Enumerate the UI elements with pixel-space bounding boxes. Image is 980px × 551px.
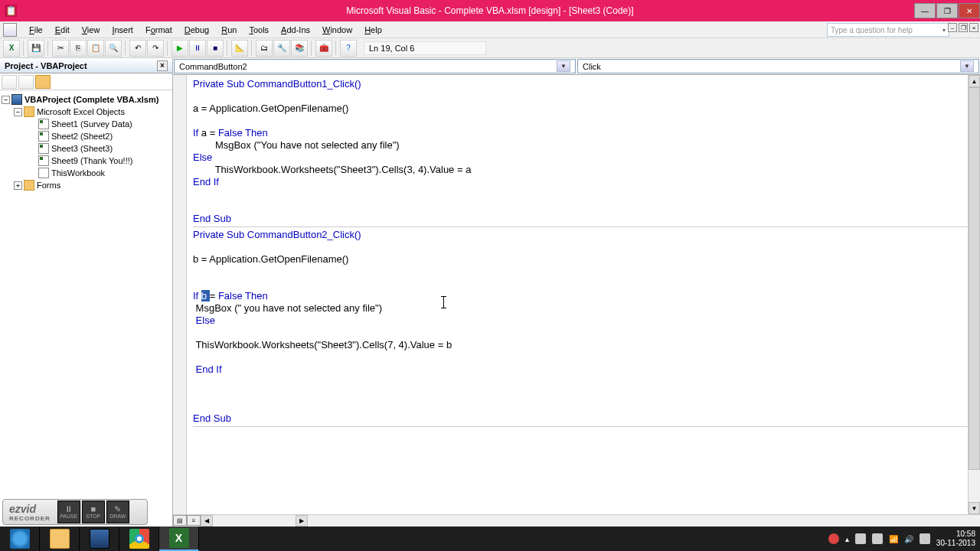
desktop-icon	[90, 529, 109, 549]
menu-debug[interactable]: Debug	[178, 24, 215, 36]
toggle-folders-icon[interactable]	[35, 75, 51, 89]
scroll-right-icon[interactable]: ▶	[296, 515, 308, 527]
taskbar-desktop[interactable]	[80, 527, 119, 551]
full-module-view-icon[interactable]: ≡	[187, 515, 201, 526]
properties-icon[interactable]: 🔧	[273, 40, 290, 57]
scroll-left-icon[interactable]: ◀	[201, 515, 213, 527]
menu-file[interactable]: File	[23, 24, 49, 36]
tree-forms[interactable]: Forms	[37, 181, 60, 190]
standard-toolbar: X 💾 ✂ ⎘ 📋 🔍 ↶ ↷ ▶ ⏸ ■ 📐 🗂 🔧 📚 🧰 ? Ln 19,…	[0, 38, 980, 58]
project-tree[interactable]: −VBAProject (Complete VBA.xlsm) −Microso…	[0, 90, 172, 527]
workbook-icon	[38, 168, 49, 178]
volume-icon[interactable]: 🔊	[904, 535, 913, 543]
window-buttons: — ❐ ✕	[913, 3, 980, 18]
paste-icon[interactable]: 📋	[87, 40, 104, 57]
procedure-dropdown[interactable]: Click	[577, 59, 979, 73]
menu-insert[interactable]: Insert	[106, 24, 139, 36]
view-excel-icon[interactable]: X	[3, 40, 20, 57]
system-tray[interactable]: ▴ 📶 🔊 10:58 30-11-2013	[828, 530, 980, 548]
toolbox-icon[interactable]: 🧰	[315, 40, 332, 57]
ezvid-draw-button[interactable]: ✎DRAW	[106, 500, 129, 523]
view-code-icon[interactable]	[2, 75, 17, 89]
mdi-close[interactable]: ×	[969, 23, 978, 32]
menu-edit[interactable]: Edit	[49, 24, 76, 36]
taskbar-chrome[interactable]	[119, 527, 159, 551]
folder-icon	[50, 529, 70, 549]
project-root[interactable]: VBAProject (Complete VBA.xlsm)	[24, 95, 158, 104]
menu-run[interactable]: Run	[215, 24, 243, 36]
menu-help[interactable]: Help	[358, 24, 388, 36]
undo-icon[interactable]: ↶	[129, 40, 146, 57]
taskbar: X ▴ 📶 🔊 10:58 30-11-2013	[0, 527, 980, 551]
taskbar-explorer[interactable]	[40, 527, 80, 551]
project-explorer-icon[interactable]: 🗂	[256, 40, 273, 57]
taskbar-ie[interactable]	[0, 527, 40, 551]
chrome-icon	[129, 529, 149, 549]
mdi-minimize[interactable]: –	[948, 23, 957, 32]
view-object-icon[interactable]	[18, 75, 34, 89]
scroll-up-icon[interactable]: ▲	[969, 75, 980, 87]
break-icon[interactable]: ⏸	[189, 40, 206, 57]
window-title: Microsoft Visual Basic - Complete VBA.xl…	[346, 5, 633, 16]
clock[interactable]: 10:58 30-11-2013	[936, 530, 975, 548]
tray-icon[interactable]	[872, 533, 883, 544]
copy-icon[interactable]: ⎘	[70, 40, 87, 57]
design-mode-icon[interactable]: 📐	[231, 40, 248, 57]
tree-sheet[interactable]: ThisWorkbook	[51, 168, 105, 178]
tray-icon[interactable]	[920, 533, 930, 544]
menu-view[interactable]: View	[76, 24, 106, 36]
tray-icon[interactable]	[828, 533, 839, 544]
procedure-view-icon[interactable]: ▤	[173, 515, 187, 526]
horizontal-scrollbar[interactable]: ◀ ▶	[201, 515, 308, 527]
object-dropdown[interactable]: CommandButton2	[174, 59, 576, 73]
save-icon[interactable]: 💾	[28, 40, 44, 57]
tray-arrow-icon[interactable]: ▴	[845, 535, 849, 543]
project-icon	[11, 94, 22, 105]
tree-sheet[interactable]: Sheet2 (Sheet2)	[51, 132, 113, 141]
menu-tools[interactable]: Tools	[243, 24, 275, 36]
margin-indicator[interactable]	[173, 75, 187, 514]
menu-format[interactable]: Format	[139, 24, 178, 36]
reset-icon[interactable]: ■	[207, 40, 224, 57]
run-icon[interactable]: ▶	[172, 40, 188, 57]
tree-sheet[interactable]: Sheet1 (Survey Data)	[51, 119, 132, 129]
expand-toggle[interactable]: +	[14, 181, 22, 190]
ezvid-stop-button[interactable]: ■STOP	[82, 500, 105, 523]
menu-addins[interactable]: Add-Ins	[275, 24, 316, 36]
menubar: File Edit View Insert Format Debug Run T…	[0, 21, 980, 38]
ezvid-logo: ezvidRECORDER	[3, 503, 57, 522]
minimize-button[interactable]: —	[914, 3, 936, 18]
expand-toggle[interactable]: −	[2, 96, 10, 104]
tree-sheet[interactable]: Sheet9 (Thank You!!!)	[51, 156, 132, 165]
code-editor[interactable]: Private Sub CommandButton1_Click() a = A…	[187, 75, 980, 514]
vertical-scrollbar[interactable]: ▲ ▼	[968, 75, 980, 514]
close-button[interactable]: ✕	[959, 3, 980, 18]
excel-icon: X	[169, 528, 189, 548]
network-icon[interactable]: 📶	[889, 535, 898, 543]
redo-icon[interactable]: ↷	[147, 40, 164, 57]
app-icon: 📋	[5, 5, 17, 17]
tray-icon[interactable]	[855, 533, 866, 544]
menu-window[interactable]: Window	[316, 24, 358, 36]
ezvid-recorder: ezvidRECORDER ⏸PAUSE ■STOP ✎DRAW	[2, 499, 148, 525]
titlebar: 📋 Microsoft Visual Basic - Complete VBA.…	[0, 0, 980, 21]
tree-sheet[interactable]: Sheet3 (Sheet3)	[51, 144, 113, 153]
tree-group[interactable]: Microsoft Excel Objects	[37, 107, 125, 116]
expand-toggle[interactable]: −	[14, 108, 22, 116]
taskbar-excel[interactable]: X	[159, 527, 199, 551]
help-search[interactable]: Type a question for help	[827, 23, 949, 37]
find-icon[interactable]: 🔍	[105, 40, 122, 57]
mdi-restore[interactable]: ❐	[959, 23, 968, 32]
project-explorer-close[interactable]: ×	[157, 60, 168, 71]
object-browser-icon[interactable]: 📚	[291, 40, 308, 57]
cut-icon[interactable]: ✂	[52, 40, 69, 57]
ezvid-pause-button[interactable]: ⏸PAUSE	[57, 500, 80, 523]
ie-icon	[10, 529, 30, 549]
line-col-indicator: Ln 19, Col 6	[364, 41, 486, 55]
scroll-thumb[interactable]	[969, 87, 980, 470]
maximize-button[interactable]: ❐	[936, 3, 958, 18]
excel-view-icon[interactable]	[3, 23, 17, 37]
help-icon[interactable]: ?	[340, 40, 357, 57]
scroll-down-icon[interactable]: ▼	[969, 502, 980, 514]
project-explorer-title: Project - VBAProject ×	[0, 58, 172, 73]
